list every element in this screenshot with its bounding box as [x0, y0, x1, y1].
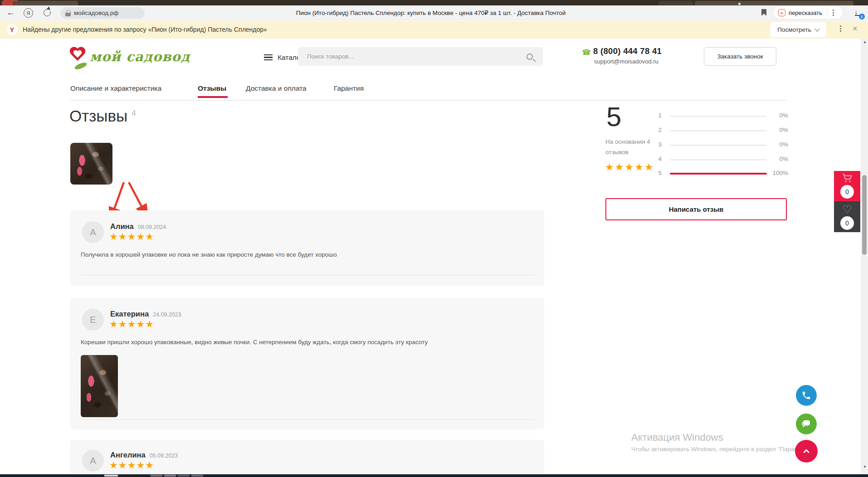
- phone-icon: ☎: [582, 48, 591, 57]
- catalog-button[interactable]: Каталог: [264, 53, 303, 62]
- offer-menu-icon[interactable]: [838, 25, 843, 32]
- scrollbar[interactable]: [861, 39, 868, 474]
- scrollbar-thumb[interactable]: [862, 175, 867, 255]
- chat-icon: [801, 419, 812, 429]
- bar-label: 1: [655, 112, 662, 119]
- hamburger-icon: [264, 53, 273, 62]
- favorites-count-badge: 0: [840, 216, 854, 230]
- retell-quote-icon: «: [778, 9, 785, 16]
- browser-tab[interactable]: [13, 1, 78, 5]
- download-badge: 6: [859, 14, 865, 19]
- rating-bar: [670, 173, 767, 175]
- call-fab[interactable]: [796, 385, 817, 406]
- tab-description[interactable]: Описание и характеристика: [70, 84, 161, 92]
- reviewer-name: Екатерина: [110, 310, 149, 318]
- chevron-down-icon: [814, 26, 819, 31]
- refresh-icon[interactable]: [44, 9, 51, 16]
- divider: [81, 275, 534, 275]
- logo-text: мой садовод: [90, 49, 190, 64]
- taskbar-app: [104, 475, 118, 477]
- bar-percent: 0%: [770, 112, 788, 119]
- bar-percent: 0%: [770, 127, 788, 133]
- tab-reviews[interactable]: Отзывы: [198, 84, 226, 92]
- scroll-up-icon[interactable]: ▲: [862, 40, 868, 44]
- tab-delivery[interactable]: Доставка и оплата: [246, 84, 307, 92]
- taskbar-app: [178, 475, 190, 477]
- reviews-heading: Отзывы4: [69, 107, 136, 125]
- based-on-text: отзывов: [605, 149, 629, 156]
- offer-message: Найдены другие предложения по запросу «П…: [23, 26, 267, 33]
- site-logo[interactable]: мой садовод: [69, 44, 173, 73]
- chat-fab[interactable]: [796, 414, 817, 434]
- review-text: Получила в хорошей упаковке но пока не з…: [81, 251, 521, 258]
- browser-tab[interactable]: [695, 1, 853, 5]
- windows-taskbar: [0, 474, 868, 477]
- review-photo-thumbnail[interactable]: [81, 355, 118, 417]
- support-email[interactable]: support@moisadovod.ru: [594, 58, 658, 65]
- review-card: Е Екатерина 24.09.2023 ★★★★★ Корешки при…: [70, 298, 544, 429]
- divider: [827, 9, 827, 16]
- cart-widget[interactable]: 0: [834, 171, 860, 201]
- bar-label: 2: [655, 127, 662, 133]
- bar-percent: 0%: [770, 141, 788, 148]
- summary-stars: ★★★★★: [605, 161, 654, 173]
- active-tab-underline: [198, 96, 228, 98]
- yandex-browser-icon[interactable]: Я: [24, 8, 33, 18]
- yandex-offer-bar: Y Найдены другие предложения по запросу …: [0, 21, 868, 39]
- avatar: А: [82, 221, 104, 243]
- search-icon[interactable]: [527, 54, 533, 60]
- windows-activation-title: Активация Windows: [631, 432, 723, 443]
- reviewer-name: Алина: [110, 222, 134, 231]
- taskbar-app: [164, 475, 176, 477]
- review-stars: ★★★★★: [109, 319, 154, 330]
- cart-icon: [841, 173, 853, 184]
- downloads-button[interactable]: ↓ 6: [854, 8, 863, 18]
- review-stars: ★★★★★: [109, 460, 154, 471]
- rating-bar: [670, 130, 767, 131]
- bar-label: 4: [655, 156, 662, 162]
- reviewer-name: Ангелина: [110, 451, 146, 459]
- bookmark-icon[interactable]: [761, 9, 766, 16]
- search-input[interactable]: [298, 47, 527, 66]
- close-icon[interactable]: ×: [853, 24, 858, 34]
- chevron-up-icon: [801, 446, 812, 457]
- bar-label: 3: [655, 141, 662, 148]
- avatar: А: [82, 450, 104, 472]
- phone-number[interactable]: 8 (800) 444 78 41: [593, 46, 662, 56]
- tab-warranty[interactable]: Гарантия: [334, 84, 364, 92]
- review-date: 05.09.2023: [150, 453, 178, 459]
- heart-icon: ♡: [834, 203, 860, 216]
- browser-tab[interactable]: [658, 1, 693, 5]
- review-text: Корешки пришли хорошо упакованные, видно…: [81, 339, 521, 346]
- url-text: мойсадовод.рф: [74, 10, 118, 16]
- view-offers-button[interactable]: Посмотреть: [770, 22, 826, 37]
- review-photo-thumbnail[interactable]: [70, 143, 112, 185]
- cart-count-badge: 0: [840, 185, 854, 199]
- address-bar[interactable]: мойсадовод.рф: [60, 7, 145, 19]
- scroll-to-top-fab[interactable]: [795, 440, 818, 462]
- request-call-button[interactable]: Заказать звонок: [704, 47, 776, 66]
- review-card: А Ангелина 05.09.2023 ★★★★★: [70, 440, 544, 477]
- review-stars: ★★★★★: [109, 231, 154, 242]
- avatar: Е: [82, 309, 104, 331]
- review-card: А Алина 08.09.2024 ★★★★★ Получила в хоро…: [70, 210, 544, 286]
- favorites-widget[interactable]: ♡ 0: [834, 201, 860, 232]
- rating-bar: [670, 145, 767, 146]
- based-on-text: На основании 4: [605, 138, 650, 145]
- browser-tab-strip: [0, 0, 868, 5]
- bar-label: 5: [655, 170, 662, 176]
- lock-icon: [65, 10, 71, 16]
- bar-percent: 100%: [770, 170, 788, 176]
- rating-bar: [670, 159, 767, 161]
- yandex-logo: Y: [6, 24, 18, 35]
- average-rating: 5: [606, 103, 621, 131]
- phone-icon: [801, 390, 811, 400]
- write-review-button[interactable]: Написать отзыв: [605, 198, 787, 220]
- scroll-down-icon[interactable]: ▼: [862, 465, 868, 469]
- toolbar-menu-icon[interactable]: [831, 10, 836, 16]
- retell-button[interactable]: « пересказать: [774, 6, 843, 19]
- back-icon[interactable]: ←: [6, 8, 15, 17]
- review-date: 08.09.2024: [138, 224, 166, 230]
- divider: [81, 419, 534, 420]
- browser-window: ← Я мойсадовод.рф Пион (Ито-гибрид) Паст…: [0, 0, 868, 477]
